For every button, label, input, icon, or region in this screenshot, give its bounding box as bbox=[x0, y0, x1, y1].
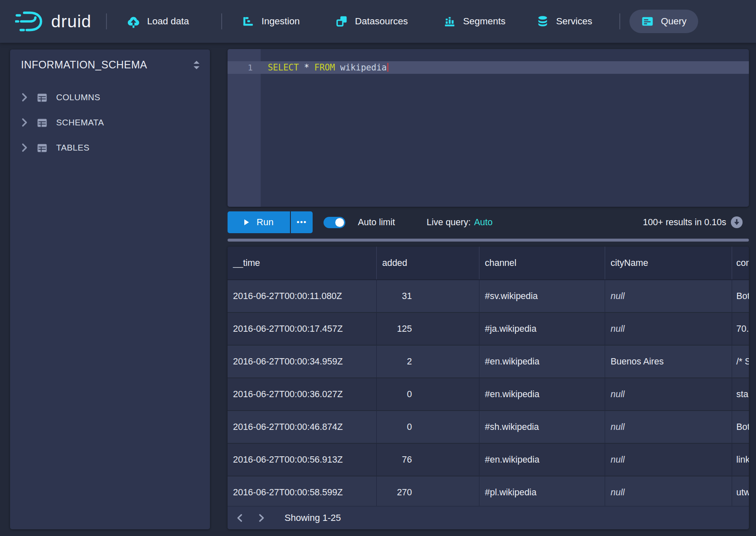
cell-time[interactable]: 2016-06-27T00:00:58.599Z bbox=[228, 476, 377, 508]
cell-comment[interactable]: link bbox=[732, 444, 749, 476]
nav-item-label: Segments bbox=[463, 16, 505, 27]
null-value: null bbox=[611, 389, 624, 399]
druid-logo-icon bbox=[15, 10, 44, 33]
cloud-upload-icon bbox=[127, 15, 140, 28]
nav-item-load-data[interactable]: Load data bbox=[127, 0, 189, 43]
cell-time[interactable]: 2016-06-27T00:00:56.913Z bbox=[228, 444, 377, 476]
cell-time[interactable]: 2016-06-27T00:00:34.959Z bbox=[228, 346, 377, 377]
run-button-label: Run bbox=[256, 217, 273, 228]
cell-added[interactable]: 0 bbox=[377, 378, 479, 410]
table-icon bbox=[36, 91, 48, 104]
table-row: 2016-06-27T00:00:46.874Z0#sh.wikipedianu… bbox=[228, 411, 749, 444]
table-horizontal-scrollbar[interactable] bbox=[228, 239, 749, 242]
nav-item-query[interactable]: Query bbox=[629, 10, 698, 33]
druid-console: druid Load data Ingestion Datasources Se… bbox=[0, 0, 756, 536]
cell-added[interactable]: 31 bbox=[377, 280, 479, 312]
null-value: null bbox=[611, 324, 624, 334]
results-summary: 100+ results in 0.10s bbox=[610, 211, 726, 233]
schema-selector[interactable]: INFORMATION_SCHEMA bbox=[10, 49, 210, 71]
auto-limit-toggle[interactable] bbox=[324, 217, 345, 228]
table-row: 2016-06-27T00:00:58.599Z270#pl.wikipedia… bbox=[228, 476, 749, 509]
play-icon bbox=[244, 219, 249, 226]
live-query-label: Live query: bbox=[427, 217, 471, 227]
cell-added[interactable]: 2 bbox=[377, 346, 479, 377]
sql-token-keyword: SELECT bbox=[268, 62, 299, 73]
nav-divider bbox=[619, 13, 620, 29]
nav-item-datasources[interactable]: Datasources bbox=[335, 0, 408, 43]
sql-token-plain bbox=[335, 62, 340, 73]
cell-comment[interactable]: 70. bbox=[732, 313, 749, 345]
cell-time[interactable]: 2016-06-27T00:00:36.027Z bbox=[228, 378, 377, 410]
cell-time[interactable]: 2016-06-27T00:00:46.874Z bbox=[228, 411, 377, 443]
cell-time[interactable]: 2016-06-27T00:00:11.080Z bbox=[228, 280, 377, 312]
column-header-comment[interactable]: comment bbox=[732, 247, 749, 279]
run-more-button[interactable]: ••• bbox=[291, 211, 313, 233]
pagination-next-button[interactable] bbox=[255, 510, 268, 526]
sidebar-item-schemata[interactable]: SCHEMATA bbox=[10, 110, 210, 135]
nav-item-services[interactable]: Services bbox=[536, 0, 592, 43]
schema-tree: COLUMNS SCHEMATA TABLES bbox=[10, 85, 210, 160]
results-table-body: 2016-06-27T00:00:11.080Z31#sv.wikipedian… bbox=[228, 280, 749, 509]
pagination-prev-button[interactable] bbox=[233, 510, 246, 526]
column-header-time[interactable]: __time bbox=[228, 247, 377, 279]
toggle-knob bbox=[335, 218, 344, 227]
live-query-selector[interactable]: Live query:Auto bbox=[427, 211, 492, 233]
download-results-button[interactable] bbox=[731, 216, 743, 228]
nav-item-label: Query bbox=[661, 16, 686, 27]
column-header-channel[interactable]: channel bbox=[479, 247, 605, 279]
cell-channel[interactable]: #en.wikipedia bbox=[479, 444, 605, 476]
cell-added[interactable]: 270 bbox=[377, 476, 479, 508]
results-table: __timeaddedchannelcityNamecomment 2016-0… bbox=[228, 247, 749, 529]
cell-added[interactable]: 125 bbox=[377, 313, 479, 345]
cell-channel[interactable]: #en.wikipedia bbox=[479, 346, 605, 377]
nav-item-segments[interactable]: Segments bbox=[443, 0, 505, 43]
table-row: 2016-06-27T00:00:17.457Z125#ja.wikipedia… bbox=[228, 313, 749, 346]
sidebar-item-tables[interactable]: TABLES bbox=[10, 135, 210, 160]
cell-cityName[interactable]: null bbox=[605, 444, 732, 476]
cell-added[interactable]: 0 bbox=[377, 411, 479, 443]
ingestion-icon bbox=[242, 15, 254, 28]
nav-divider bbox=[106, 13, 107, 29]
sql-editor[interactable]: 1 SELECT * FROM wikipedia bbox=[228, 49, 749, 207]
cell-channel[interactable]: #sh.wikipedia bbox=[479, 411, 605, 443]
nav-item-ingestion[interactable]: Ingestion bbox=[242, 0, 300, 43]
nav-item-label: Datasources bbox=[355, 16, 408, 27]
more-icon: ••• bbox=[297, 218, 307, 227]
cell-cityName[interactable]: Buenos Aires bbox=[605, 346, 732, 377]
double-caret-vertical-icon bbox=[192, 59, 202, 71]
run-button[interactable]: Run bbox=[228, 211, 290, 233]
sidebar-item-label: SCHEMATA bbox=[56, 117, 104, 127]
results-table-header: __timeaddedchannelcityNamecomment bbox=[228, 247, 749, 280]
cell-cityName[interactable]: null bbox=[605, 280, 732, 312]
sidebar-item-columns[interactable]: COLUMNS bbox=[10, 85, 210, 110]
chevron-right-pg-icon bbox=[259, 514, 264, 522]
query-icon bbox=[641, 16, 654, 27]
cell-channel[interactable]: #pl.wikipedia bbox=[479, 476, 605, 508]
cell-comment[interactable]: Bot bbox=[732, 280, 749, 312]
cell-cityName[interactable]: null bbox=[605, 411, 732, 443]
cell-channel[interactable]: #sv.wikipedia bbox=[479, 280, 605, 312]
cell-comment[interactable]: Bot bbox=[732, 411, 749, 443]
cell-comment[interactable]: sta bbox=[732, 378, 749, 410]
chevron-right-icon bbox=[21, 143, 28, 152]
column-header-cityName[interactable]: cityName bbox=[605, 247, 732, 279]
table-icon bbox=[36, 117, 48, 129]
cell-cityName[interactable]: null bbox=[605, 476, 732, 508]
null-value: null bbox=[611, 422, 624, 432]
druid-logo[interactable]: druid bbox=[15, 0, 91, 43]
cell-comment[interactable]: /* S bbox=[732, 346, 749, 377]
column-header-added[interactable]: added bbox=[377, 247, 479, 279]
pagination-status: Showing 1-25 bbox=[285, 513, 341, 523]
cell-channel[interactable]: #en.wikipedia bbox=[479, 378, 605, 410]
sql-token-ident: wikipedia bbox=[340, 62, 387, 73]
chevron-left-icon bbox=[237, 514, 243, 522]
cell-cityName[interactable]: null bbox=[605, 313, 732, 345]
null-value: null bbox=[611, 455, 624, 465]
cell-cityName[interactable]: null bbox=[605, 378, 732, 410]
cell-added[interactable]: 76 bbox=[377, 444, 479, 476]
cell-channel[interactable]: #ja.wikipedia bbox=[479, 313, 605, 345]
cell-comment[interactable]: utw bbox=[732, 476, 749, 508]
sql-query-text[interactable]: SELECT * FROM wikipedia bbox=[268, 61, 388, 74]
nav-item-label: Load data bbox=[147, 16, 189, 27]
cell-time[interactable]: 2016-06-27T00:00:17.457Z bbox=[228, 313, 377, 345]
